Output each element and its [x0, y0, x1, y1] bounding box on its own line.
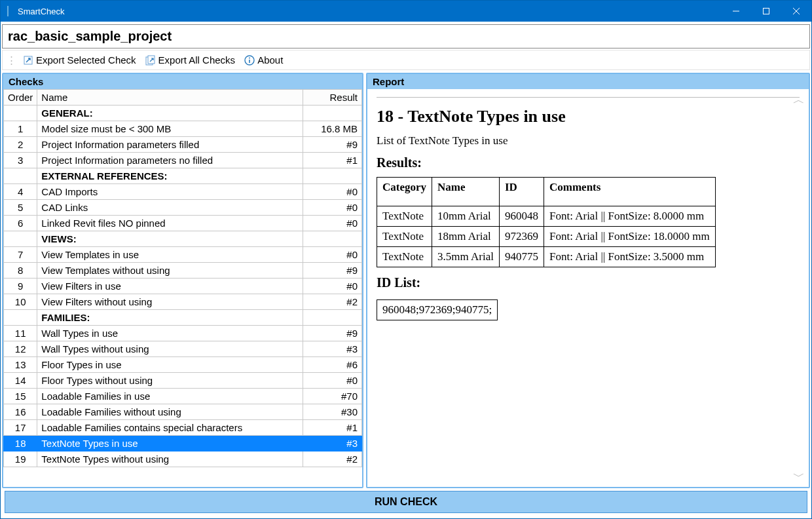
close-button[interactable]	[781, 1, 811, 22]
col-id: ID	[499, 178, 544, 206]
table-row[interactable]: 1Model size must be < 300 MB16.8 MB	[4, 121, 362, 137]
scroll-down-icon[interactable]: ﹀	[793, 469, 805, 484]
table-row[interactable]: FAMILIES:	[4, 310, 362, 326]
table-row[interactable]: 5CAD Links#0	[4, 200, 362, 216]
header-order[interactable]: Order	[4, 90, 37, 106]
idlist-value: 960048;972369;940775;	[377, 299, 498, 320]
svg-point-8	[249, 57, 250, 58]
app-window: SmartCheck rac_basic_sample_project ⋮ Ex…	[0, 0, 812, 519]
table-row[interactable]: 14Floor Types without using#0	[4, 373, 362, 389]
report-panel-title: Report	[367, 74, 809, 89]
table-row[interactable]: 7View Templates in use#0	[4, 247, 362, 263]
table-row[interactable]: 16Loadable Families without using#30	[4, 404, 362, 420]
table-row[interactable]: 18TextNote Types in use#3	[4, 436, 362, 452]
project-name: rac_basic_sample_project	[2, 24, 810, 48]
export-all-icon	[145, 55, 156, 66]
table-row[interactable]: 13Floor Types in use#6	[4, 357, 362, 373]
report-panel: Report ︿ 18 - TextNote Types in use List…	[366, 73, 810, 488]
table-row[interactable]: 12Wall Types without using#3	[4, 341, 362, 357]
results-row: TextNote10mm Arial960048Font: Arial || F…	[377, 206, 716, 227]
checks-grid-scroll[interactable]: Order Name Result GENERAL:1Model size mu…	[3, 89, 362, 487]
results-row: TextNote18mm Arial972369Font: Arial || F…	[377, 227, 716, 247]
report-subtitle: List of TextNote Types in use	[377, 134, 800, 147]
header-name[interactable]: Name	[37, 90, 303, 106]
report-body[interactable]: ︿ 18 - TextNote Types in use List of Tex…	[367, 89, 809, 487]
checks-grid: Order Name Result GENERAL:1Model size mu…	[3, 89, 362, 467]
table-row[interactable]: 8View Templates without using#9	[4, 263, 362, 279]
table-row[interactable]: GENERAL:	[4, 106, 362, 121]
svg-rect-1	[764, 9, 769, 14]
toolbar: ⋮ Export Selected Check Export All Check…	[2, 50, 810, 70]
maximize-button[interactable]	[751, 1, 781, 22]
header-result[interactable]: Result	[303, 90, 362, 106]
table-row[interactable]: 15Loadable Families in use#70	[4, 389, 362, 404]
table-row[interactable]: 17Loadable Families contains special cha…	[4, 420, 362, 436]
results-table: Category Name ID Comments TextNote10mm A…	[377, 177, 716, 267]
table-row[interactable]: 19TextNote Types without using#2	[4, 452, 362, 467]
info-icon	[244, 55, 255, 66]
table-row[interactable]: EXTERNAL REFERENCES:	[4, 168, 362, 184]
checks-panel: Checks Order Name Result GENERAL:1M	[2, 73, 363, 488]
results-row: TextNote3.5mm Arial940775Font: Arial || …	[377, 247, 716, 267]
table-row[interactable]: 6Linked Revit files NO pinned#0	[4, 216, 362, 231]
about-button[interactable]: About	[242, 53, 286, 67]
export-selected-label: Export Selected Check	[36, 54, 136, 66]
scroll-up-icon[interactable]: ︿	[793, 92, 805, 107]
titlebar-icon	[7, 6, 9, 16]
report-title: 18 - TextNote Types in use	[377, 107, 800, 126]
run-check-button[interactable]: RUN CHECK	[5, 491, 807, 513]
export-all-label: Export All Checks	[158, 54, 236, 66]
table-row[interactable]: 9View Filters in use#0	[4, 279, 362, 294]
export-all-button[interactable]: Export All Checks	[143, 53, 238, 67]
export-icon	[23, 55, 33, 66]
col-comments: Comments	[544, 178, 715, 206]
titlebar[interactable]: SmartCheck	[1, 1, 811, 22]
table-row[interactable]: 4CAD Imports#0	[4, 184, 362, 200]
about-label: About	[257, 54, 283, 66]
minimize-button[interactable]	[721, 1, 751, 22]
export-selected-button[interactable]: Export Selected Check	[20, 53, 139, 67]
idlist-label: ID List:	[377, 275, 800, 290]
table-row[interactable]: 10View Filters without using#2	[4, 294, 362, 310]
results-label: Results:	[377, 155, 800, 170]
table-row[interactable]: 3Project Information parameters no fille…	[4, 153, 362, 168]
col-category: Category	[377, 178, 432, 206]
table-row[interactable]: VIEWS:	[4, 231, 362, 247]
window-title: SmartCheck	[15, 7, 721, 16]
col-name: Name	[432, 178, 500, 206]
table-row[interactable]: 11Wall Types in use#9	[4, 326, 362, 341]
table-row[interactable]: 2Project Information parameters filled#9	[4, 137, 362, 153]
checks-panel-title: Checks	[3, 74, 362, 89]
